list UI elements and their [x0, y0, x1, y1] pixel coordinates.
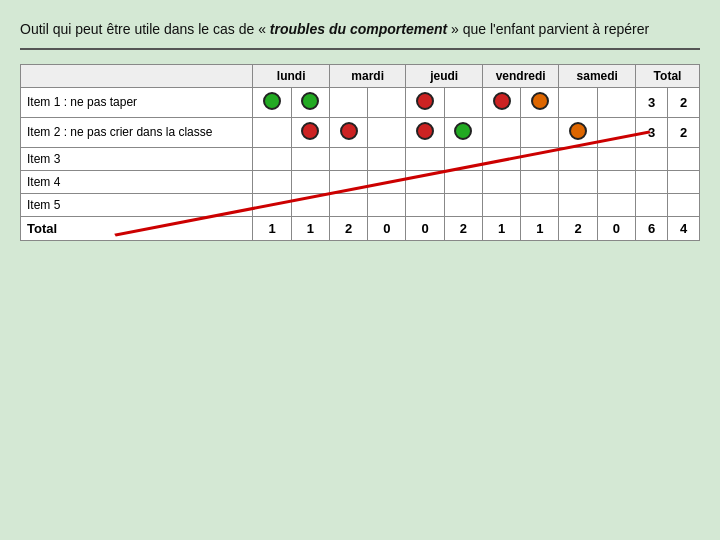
item4-c4 — [368, 170, 406, 193]
header-mardi: mardi — [329, 64, 406, 87]
item3-label: Item 3 — [21, 147, 253, 170]
item5-c8 — [521, 193, 559, 216]
item3-c2 — [291, 147, 329, 170]
item1-lundi-2 — [291, 87, 329, 117]
item3-c3 — [329, 147, 367, 170]
item5-c6 — [444, 193, 482, 216]
total-v8: 1 — [521, 216, 559, 240]
item4-c9 — [559, 170, 597, 193]
item1-vendredi-2 — [521, 87, 559, 117]
item2-lundi-1 — [253, 117, 291, 147]
item4-total1 — [636, 170, 668, 193]
total-v1: 1 — [253, 216, 291, 240]
item2-vendredi-2 — [521, 117, 559, 147]
item2-total-green: 3 — [636, 117, 668, 147]
item3-c6 — [444, 147, 482, 170]
item5-c4 — [368, 193, 406, 216]
item1-vendredi-1 — [482, 87, 520, 117]
item5-total2 — [668, 193, 700, 216]
item1-total-green: 3 — [636, 87, 668, 117]
item5-c3 — [329, 193, 367, 216]
main-container: Outil qui peut être utile dans le cas de… — [20, 20, 700, 241]
item5-total1 — [636, 193, 668, 216]
item2-jeudi-1 — [406, 117, 444, 147]
header-row: lundi mardi jeudi vendredi samedi Total — [21, 64, 700, 87]
header-vendredi: vendredi — [482, 64, 559, 87]
item2-samedi-1 — [559, 117, 597, 147]
item3-c5 — [406, 147, 444, 170]
item3-c9 — [559, 147, 597, 170]
item5-c1 — [253, 193, 291, 216]
item1-total-red: 2 — [668, 87, 700, 117]
header-total: Total — [636, 64, 700, 87]
item3-c1 — [253, 147, 291, 170]
item1-jeudi-1 — [406, 87, 444, 117]
item5-c5 — [406, 193, 444, 216]
item1-label: Item 1 : ne pas taper — [21, 87, 253, 117]
table-wrapper: lundi mardi jeudi vendredi samedi Total … — [20, 64, 700, 241]
item4-c7 — [482, 170, 520, 193]
circle-red — [416, 92, 434, 110]
table-row: Item 2 : ne pas crier dans la classe — [21, 117, 700, 147]
item3-c7 — [482, 147, 520, 170]
item4-c3 — [329, 170, 367, 193]
item5-c9 — [559, 193, 597, 216]
item4-c10 — [597, 170, 635, 193]
item3-c10 — [597, 147, 635, 170]
item2-mardi-1 — [329, 117, 367, 147]
total-v6: 2 — [444, 216, 482, 240]
item1-lundi-1 — [253, 87, 291, 117]
total-v11: 6 — [636, 216, 668, 240]
header-lundi: lundi — [253, 64, 330, 87]
table-row: Item 4 — [21, 170, 700, 193]
item1-jeudi-2 — [444, 87, 482, 117]
total-row: Total 1 1 2 0 0 2 1 1 2 0 6 4 — [21, 216, 700, 240]
item4-c2 — [291, 170, 329, 193]
item4-c1 — [253, 170, 291, 193]
circle-red — [416, 122, 434, 140]
item5-c10 — [597, 193, 635, 216]
table-row: Item 5 — [21, 193, 700, 216]
item2-lundi-2 — [291, 117, 329, 147]
item2-label: Item 2 : ne pas crier dans la classe — [21, 117, 253, 147]
item2-total-red: 2 — [668, 117, 700, 147]
item3-c8 — [521, 147, 559, 170]
behavior-table: lundi mardi jeudi vendredi samedi Total … — [20, 64, 700, 241]
item4-c5 — [406, 170, 444, 193]
table-row: Item 1 : ne pas taper — [21, 87, 700, 117]
divider — [20, 48, 700, 50]
item4-label: Item 4 — [21, 170, 253, 193]
item1-mardi-2 — [368, 87, 406, 117]
item3-total1 — [636, 147, 668, 170]
item1-samedi-1 — [559, 87, 597, 117]
item4-c6 — [444, 170, 482, 193]
item1-mardi-1 — [329, 87, 367, 117]
header-samedi: samedi — [559, 64, 636, 87]
item2-jeudi-2 — [444, 117, 482, 147]
table-row: Item 3 — [21, 147, 700, 170]
total-v9: 2 — [559, 216, 597, 240]
circle-orange — [569, 122, 587, 140]
circle-red — [340, 122, 358, 140]
total-v12: 4 — [668, 216, 700, 240]
item5-c7 — [482, 193, 520, 216]
circle-green — [454, 122, 472, 140]
circle-red — [301, 122, 319, 140]
item5-label: Item 5 — [21, 193, 253, 216]
header-empty — [21, 64, 253, 87]
item5-c2 — [291, 193, 329, 216]
total-v2: 1 — [291, 216, 329, 240]
header-jeudi: jeudi — [406, 64, 483, 87]
circle-orange — [531, 92, 549, 110]
total-v5: 0 — [406, 216, 444, 240]
item2-mardi-2 — [368, 117, 406, 147]
page-title: Outil qui peut être utile dans le cas de… — [20, 20, 700, 40]
total-v3: 2 — [329, 216, 367, 240]
item1-samedi-2 — [597, 87, 635, 117]
total-v7: 1 — [482, 216, 520, 240]
item2-samedi-2 — [597, 117, 635, 147]
total-v4: 0 — [368, 216, 406, 240]
item2-vendredi-1 — [482, 117, 520, 147]
item3-c4 — [368, 147, 406, 170]
total-label: Total — [21, 216, 253, 240]
